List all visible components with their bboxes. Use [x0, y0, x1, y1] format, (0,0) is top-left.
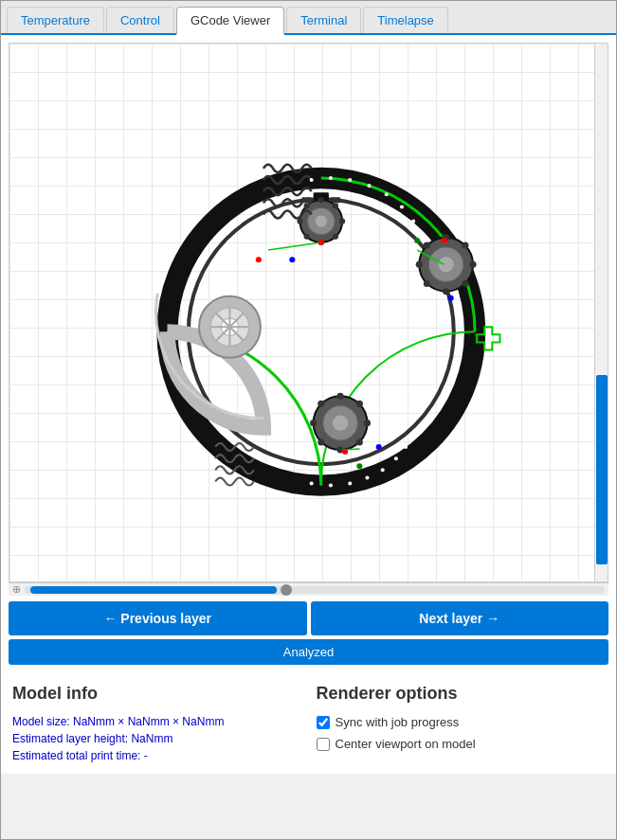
layer-height-line: Estimated layer height: NaNmm — [12, 732, 301, 745]
renderer-options-panel: Renderer options Sync with job progress … — [317, 684, 606, 766]
svg-point-23 — [462, 241, 468, 248]
svg-point-57 — [310, 178, 314, 182]
tab-control[interactable]: Control — [106, 7, 174, 33]
layer-buttons-row: ← Previous layer Next layer → — [9, 601, 608, 635]
h-scroll-left-icon: ⊕ — [9, 583, 21, 596]
svg-point-69 — [381, 468, 385, 472]
svg-point-14 — [333, 234, 338, 240]
gcode-viewer-container[interactable] — [9, 43, 608, 582]
svg-point-50 — [256, 257, 262, 262]
center-viewport-checkbox[interactable] — [317, 738, 330, 751]
svg-point-65 — [310, 482, 314, 486]
horizontal-scrollbar-handle[interactable] — [281, 584, 292, 596]
svg-point-53 — [448, 295, 454, 301]
viewer-canvas — [9, 44, 608, 581]
horizontal-scrollbar-track[interactable] — [25, 586, 605, 594]
svg-point-37 — [318, 438, 324, 445]
svg-point-29 — [333, 416, 348, 431]
sync-job-progress-label: Sync with job progress — [336, 715, 460, 729]
model-info-panel: Model info Model size: NaNmm × NaNmm × N… — [12, 684, 301, 766]
horizontal-scrollbar[interactable]: ⊕ — [9, 582, 608, 596]
tab-gcode-viewer[interactable]: GCode Viewer — [176, 7, 284, 35]
svg-point-67 — [348, 482, 352, 486]
prev-layer-button[interactable]: ← Previous layer — [9, 601, 307, 635]
svg-point-20 — [469, 261, 476, 268]
model-info-title: Model info — [12, 684, 301, 704]
tab-timelapse[interactable]: Timelapse — [363, 7, 447, 33]
svg-point-26 — [424, 280, 430, 287]
next-layer-button[interactable]: Next layer → — [311, 601, 609, 635]
svg-point-36 — [356, 438, 363, 445]
svg-point-21 — [443, 288, 449, 295]
horizontal-scrollbar-thumb[interactable] — [30, 586, 277, 594]
svg-point-71 — [404, 445, 408, 449]
svg-point-54 — [342, 449, 348, 455]
tab-terminal[interactable]: Terminal — [286, 7, 361, 33]
analyzed-button[interactable]: Analyzed — [9, 639, 608, 665]
svg-point-30 — [337, 393, 344, 400]
svg-point-18 — [439, 257, 454, 272]
vertical-scrollbar[interactable] — [594, 44, 608, 581]
svg-point-61 — [385, 192, 389, 196]
svg-point-64 — [419, 236, 423, 240]
svg-point-70 — [394, 456, 398, 460]
svg-point-59 — [348, 178, 352, 182]
center-viewport-label: Center viewport on model — [336, 737, 476, 751]
svg-point-51 — [414, 238, 420, 243]
svg-point-68 — [365, 475, 369, 479]
info-section: Model info Model size: NaNmm × NaNmm × N… — [9, 684, 608, 766]
svg-point-48 — [318, 240, 324, 245]
svg-point-12 — [333, 203, 338, 208]
main-content: ⊕ ← Previous layer Next layer → Analyzed… — [1, 35, 616, 774]
center-viewport-row: Center viewport on model — [317, 737, 606, 751]
svg-point-66 — [329, 484, 333, 488]
print-time-line: Estimated total print time: - — [12, 749, 301, 762]
svg-line-45 — [268, 242, 321, 250]
tab-bar: Temperature Control GCode Viewer Termina… — [1, 1, 616, 35]
svg-point-56 — [376, 444, 382, 450]
sync-job-progress-checkbox[interactable] — [317, 716, 330, 729]
layer-controls: ← Previous layer Next layer → Analyzed — [9, 601, 608, 665]
sync-job-progress-row: Sync with job progress — [317, 715, 606, 729]
svg-point-7 — [316, 216, 327, 227]
svg-point-31 — [364, 420, 371, 426]
svg-point-33 — [310, 420, 317, 426]
svg-point-15 — [304, 234, 310, 240]
svg-point-35 — [318, 401, 324, 407]
svg-point-58 — [329, 176, 333, 180]
svg-point-55 — [356, 463, 362, 469]
tab-temperature[interactable]: Temperature — [7, 7, 104, 33]
svg-point-60 — [367, 184, 371, 188]
svg-point-49 — [289, 257, 295, 262]
svg-point-62 — [400, 205, 404, 208]
svg-point-25 — [462, 280, 468, 287]
svg-point-24 — [424, 241, 430, 248]
svg-point-63 — [411, 220, 415, 223]
renderer-options-title: Renderer options — [317, 684, 606, 704]
svg-point-34 — [356, 401, 363, 407]
svg-point-8 — [318, 197, 324, 203]
svg-point-52 — [442, 238, 447, 243]
model-size-line: Model size: NaNmm × NaNmm × NaNmm — [12, 715, 301, 728]
svg-point-9 — [339, 219, 345, 224]
vertical-scrollbar-thumb[interactable] — [596, 375, 608, 564]
gcode-visualization — [9, 44, 594, 581]
svg-point-13 — [304, 203, 310, 208]
svg-point-22 — [416, 261, 423, 268]
